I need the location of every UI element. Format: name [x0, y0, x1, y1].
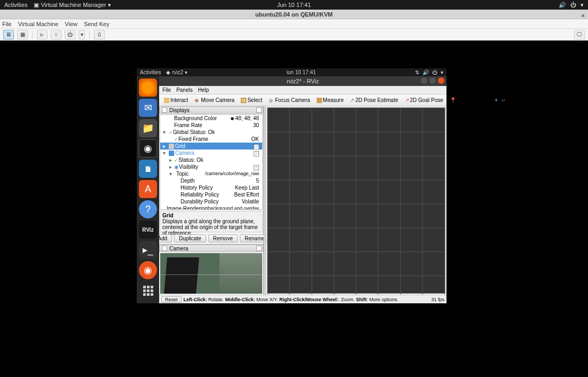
dock-show-apps-icon[interactable]	[139, 281, 157, 300]
vmm-console-button[interactable]: 🖥	[3, 30, 14, 40]
vmm-shutdown-button[interactable]: ⏻	[65, 30, 75, 40]
vmm-menu-view[interactable]: View	[65, 21, 77, 27]
dock-rviz-icon[interactable]: RViz	[139, 221, 157, 239]
tool-2d-goal-pose[interactable]: ↗2D Goal Pose	[402, 96, 446, 105]
rviz-close-button[interactable]	[438, 77, 444, 84]
rviz-menu-file[interactable]: File	[162, 87, 171, 93]
tool-focus-camera[interactable]: ⊕Focus Camera	[266, 96, 313, 105]
network-icon[interactable]: ⇅	[415, 69, 419, 75]
dock-thunderbird-icon[interactable]: ✉	[139, 99, 157, 117]
rviz-minimize-button[interactable]	[421, 77, 427, 84]
camera-image-view[interactable]	[160, 253, 262, 294]
vmm-snapshot-button[interactable]: ⎙	[94, 30, 105, 40]
dock-terminal-icon[interactable]: ▸_	[139, 241, 157, 259]
dock-firefox-icon[interactable]	[139, 78, 157, 97]
dock-rhythmbox-icon[interactable]: ◉	[139, 139, 157, 158]
remove-button[interactable]: Remove	[208, 234, 238, 242]
dock-software-icon[interactable]: A	[139, 180, 157, 198]
vmm-title-bar: ubuntu20.04 on QEMU/KVM ×	[0, 10, 588, 19]
toolbar-overflow-icon[interactable]: ››	[501, 97, 505, 103]
left-panel: Displays Background Color■ 48; 48; 48 Fr…	[159, 106, 264, 295]
rviz-maximize-button[interactable]	[429, 77, 436, 84]
vmm-toolbar: 🖥 ▦ ▶ ⏸ ⏻ ▾ ⎙ 🖵	[0, 29, 588, 41]
power-icon[interactable]: ⏻	[570, 2, 576, 8]
guest-app-menu[interactable]: ◆ rviz2 ▾	[166, 69, 187, 75]
3d-viewport[interactable]	[267, 107, 445, 294]
vmm-menu-sendkey[interactable]: Send Key	[84, 21, 109, 27]
vmm-details-button[interactable]: ▦	[17, 30, 28, 40]
vmm-run-button[interactable]: ▶	[37, 30, 48, 40]
rviz-menu-help[interactable]: Help	[198, 87, 209, 93]
vmm-shutdown-menu[interactable]: ▾	[79, 30, 85, 40]
host-gnome-top-bar: Activities ▣ Virtual Machine Manager ▾ J…	[0, 0, 588, 10]
tree-item-grid[interactable]: ▸Grid✓	[160, 143, 262, 150]
vmm-fullscreen-button[interactable]: 🖵	[574, 30, 585, 40]
vmm-menu-file[interactable]: File	[2, 21, 12, 27]
guest-power-icon[interactable]: ⏻	[432, 69, 437, 75]
add-button[interactable]: Add	[159, 234, 172, 242]
tree-item-camera[interactable]: ▾Camera✓	[160, 150, 262, 156]
guest-activities[interactable]: Activities	[140, 69, 161, 75]
dock-writer-icon[interactable]: 📄	[139, 160, 157, 178]
displays-panel-header[interactable]: Displays	[159, 106, 263, 114]
fps-counter: 31 fps	[431, 297, 444, 302]
rviz-toolbar: Interact ✥Move Camera Select ⊕Focus Came…	[159, 95, 446, 106]
host-app-menu[interactable]: ▣ Virtual Machine Manager ▾	[34, 2, 111, 9]
tool-add[interactable]: +	[492, 96, 500, 105]
host-activities[interactable]: Activities	[4, 2, 27, 8]
vmm-pause-button[interactable]: ⏸	[51, 30, 61, 40]
reset-button[interactable]: Reset	[161, 296, 182, 303]
dock-files-icon[interactable]: 📁	[139, 119, 157, 137]
rviz-title-bar[interactable]: rviz2* - RViz	[159, 76, 446, 86]
description-box: Grid Displays a grid along the ground pl…	[160, 211, 263, 232]
camera-panel-icon	[162, 246, 167, 251]
dock-help-icon[interactable]: ?	[139, 200, 157, 218]
rviz-status-bar: Reset Left-Click: Rotate. Middle-Click: …	[159, 295, 446, 303]
rviz-menu-panels[interactable]: Panels	[176, 87, 193, 93]
guest-clock: iun 10 17:41	[287, 69, 316, 75]
guest-gnome-top-bar: Activities ◆ rviz2 ▾ iun 10 17:41 ⇅ 🔊 ⏻ …	[137, 68, 446, 76]
tool-interact[interactable]: Interact	[161, 96, 191, 105]
displays-float-button[interactable]	[256, 107, 262, 113]
displays-tree[interactable]: Background Color■ 48; 48; 48 Frame Rate3…	[160, 114, 263, 210]
tool-select[interactable]: Select	[238, 96, 265, 105]
volume-icon[interactable]: 🔊	[559, 2, 566, 9]
tool-2d-pose-estimate[interactable]: ↗2D Pose Estimate	[347, 96, 401, 105]
duplicate-button[interactable]: Duplicate	[174, 234, 206, 242]
guest-chevron-icon[interactable]: ▾	[441, 69, 443, 75]
tool-measure[interactable]: Measure	[314, 96, 347, 105]
dock-settings-icon[interactable]: ◉	[139, 261, 157, 279]
guest-volume-icon[interactable]: 🔊	[422, 69, 429, 75]
host-clock: Jun 10 17:41	[277, 2, 311, 8]
panel-splitter[interactable]	[264, 106, 266, 295]
camera-float-button[interactable]	[256, 246, 262, 251]
chevron-down-icon[interactable]: ▾	[581, 2, 584, 9]
guest-system-tray[interactable]: ⇅ 🔊 ⏻ ▾	[415, 69, 443, 75]
host-system-tray[interactable]: 🔊 ⏻ ▾	[559, 2, 584, 9]
rviz-window: rviz2* - RViz File Panels Help Interact …	[159, 76, 446, 303]
camera-panel: Camera	[159, 244, 263, 295]
vmm-menu-vm[interactable]: Virtual Machine	[18, 21, 59, 27]
displays-button-row: Add Duplicate Remove Rename	[159, 233, 263, 244]
status-hint: Left-Click: Rotate. Middle-Click: Move X…	[184, 297, 398, 302]
tool-publish-point[interactable]: 📍Publish Point	[447, 96, 491, 105]
vmm-menu-bar: File Virtual Machine View Send Key	[0, 19, 588, 29]
guest-desktop: Activities ◆ rviz2 ▾ iun 10 17:41 ⇅ 🔊 ⏻ …	[137, 68, 446, 303]
vmm-close-button[interactable]: ×	[582, 11, 585, 20]
camera-panel-header[interactable]: Camera	[159, 245, 263, 252]
tool-move-camera[interactable]: ✥Move Camera	[192, 96, 237, 105]
guest-dock: ✉ 📁 ◉ 📄 A ? RViz ▸_ ◉	[137, 76, 159, 303]
rviz-menu-bar: File Panels Help	[159, 86, 446, 95]
displays-icon	[162, 107, 167, 113]
